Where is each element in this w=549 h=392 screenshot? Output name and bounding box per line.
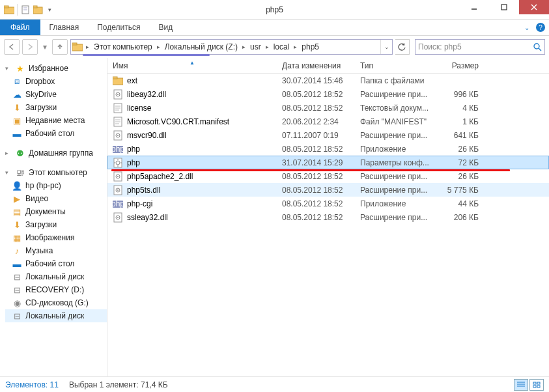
expand-icon[interactable]: ▸ (5, 150, 12, 156)
sidebar-item-dropbox[interactable]: ⧈Dropbox (5, 75, 107, 88)
svg-point-40 (117, 189, 119, 191)
file-size: 5 775 КБ (440, 186, 485, 195)
sidebar-item-images[interactable]: ▦Изображения (5, 231, 107, 244)
sidebar-item-desktop[interactable]: ▬Рабочий стол (5, 127, 107, 140)
forward-button[interactable] (22, 39, 38, 55)
separator (17, 4, 18, 16)
cloud-icon: ☁ (12, 89, 22, 100)
svg-rect-12 (72, 43, 77, 45)
sidebar-item-disk2[interactable]: ⊟Локальный диск (5, 309, 107, 322)
breadcrumb[interactable]: local (271, 42, 292, 51)
sidebar-item-desktop2[interactable]: ▬Рабочий стол (5, 257, 107, 270)
search-placeholder: Поиск: php5 (418, 42, 462, 51)
help-icon[interactable]: ? (536, 23, 545, 32)
file-row[interactable]: ext30.07.2014 15:46Папка с файлами (107, 74, 549, 87)
file-type: Расширение при... (355, 90, 440, 99)
sidebar-item-recent[interactable]: ▣Недавние места (5, 114, 107, 127)
expand-ribbon-icon[interactable]: ⌄ (524, 24, 529, 31)
chevron-icon[interactable]: ▸ (292, 44, 299, 50)
annotation-red-line (111, 169, 510, 171)
file-row[interactable]: msvcr90.dll07.11.2007 0:19Расширение при… (107, 128, 549, 142)
sidebar-item-music[interactable]: ♪Музыка (5, 244, 107, 257)
svg-point-45 (117, 217, 119, 218)
file-date: 08.05.2012 18:52 (277, 186, 355, 195)
svg-point-13 (534, 44, 539, 49)
file-row[interactable]: phpphp-cgi08.05.2012 18:52Приложение44 К… (107, 197, 549, 210)
breadcrumb[interactable]: Локальный диск (Z:) (162, 42, 240, 51)
details-view-button[interactable] (514, 379, 528, 391)
chevron-icon[interactable]: ▸ (155, 44, 162, 50)
collapse-icon[interactable]: ▾ (5, 169, 12, 176)
breadcrumb[interactable]: Этот компьютер (91, 42, 155, 51)
video-icon: ▶ (12, 193, 22, 204)
column-type[interactable]: Тип (355, 61, 440, 70)
collapse-icon[interactable]: ▾ (5, 65, 12, 72)
computer-icon: 🖳 (15, 167, 25, 178)
column-header: Имя▲ Дата изменения Тип Размер (107, 58, 549, 74)
svg-text:php: php (113, 199, 123, 208)
file-row[interactable]: phpphp08.05.2012 18:52Приложение26 КБ (107, 142, 549, 156)
svg-rect-16 (113, 77, 117, 79)
file-row[interactable]: libeay32.dll08.05.2012 18:52Расширение п… (107, 87, 549, 101)
sidebar-item-video[interactable]: ▶Видео (5, 192, 107, 205)
back-button[interactable] (4, 39, 20, 55)
close-button[interactable] (519, 0, 549, 14)
search-input[interactable]: Поиск: php5 (415, 39, 545, 55)
icons-view-button[interactable] (529, 379, 544, 391)
sidebar-item-downloads2[interactable]: ⬇Загрузки (5, 218, 107, 231)
sidebar-item-documents[interactable]: ▤Документы (5, 205, 107, 218)
sidebar-item-favorites[interactable]: ▾★Избранное (5, 62, 107, 75)
file-list[interactable]: ext30.07.2014 15:46Папка с файламиlibeay… (107, 74, 549, 376)
address-dropdown-icon[interactable]: ⌄ (380, 40, 392, 54)
history-dropdown-icon[interactable]: ▾ (40, 39, 49, 55)
chevron-icon[interactable]: ▸ (84, 44, 91, 50)
sidebar-item-skydrive[interactable]: ☁SkyDrive (5, 88, 107, 101)
file-row[interactable]: php5ts.dll08.05.2012 18:52Расширение при… (107, 183, 549, 197)
minimize-button[interactable] (459, 0, 489, 14)
file-tab[interactable]: Файл (0, 20, 40, 35)
file-date: 08.05.2012 18:52 (277, 172, 355, 181)
maximize-button[interactable] (489, 0, 519, 14)
sidebar-item-homegroup[interactable]: ▸⚉Домашняя группа (5, 147, 107, 160)
sidebar: ▾★Избранное ⧈Dropbox ☁SkyDrive ⬇Загрузки… (0, 58, 107, 376)
sidebar-item-disk1[interactable]: ⊟Локальный диск (5, 270, 107, 283)
file-pane: Имя▲ Дата изменения Тип Размер ext30.07.… (107, 58, 549, 376)
svg-rect-6 (33, 6, 37, 8)
downloads-icon: ⬇ (12, 219, 22, 230)
user-icon: 👤 (12, 180, 22, 191)
downloads-icon: ⬇ (12, 102, 22, 113)
up-button[interactable] (52, 39, 68, 55)
file-name: php5ts.dll (127, 186, 160, 195)
file-row[interactable]: php5apache2_2.dll08.05.2012 18:52Расшире… (107, 169, 549, 183)
file-type: Расширение при... (355, 172, 440, 181)
disk-icon: ⊟ (12, 311, 22, 321)
file-row[interactable]: license08.05.2012 18:52Текстовый докум..… (107, 101, 549, 115)
sidebar-item-cd[interactable]: ◉CD-дисковод (G:) (5, 296, 107, 309)
address-bar[interactable]: ▸ Этот компьютер ▸ Локальный диск (Z:) ▸… (70, 39, 393, 55)
chevron-icon[interactable]: ▸ (264, 44, 271, 50)
file-row[interactable]: Microsoft.VC90.CRT.manifest20.06.2012 2:… (107, 115, 549, 128)
column-name[interactable]: Имя▲ (107, 61, 277, 70)
tab-home[interactable]: Главная (40, 20, 89, 35)
breadcrumb[interactable]: usr (247, 42, 264, 51)
chevron-icon[interactable]: ▸ (240, 44, 247, 50)
sidebar-item-thispc[interactable]: ▾🖳Этот компьютер (5, 166, 107, 179)
sidebar-item-downloads[interactable]: ⬇Загрузки (5, 101, 107, 114)
properties-icon[interactable] (19, 3, 32, 16)
column-size[interactable]: Размер (440, 61, 485, 70)
status-selection: Выбран 1 элемент: 71,4 КБ (69, 380, 168, 389)
file-row[interactable]: php31.07.2014 15:29Параметры конф...72 К… (107, 156, 549, 169)
sidebar-item-user[interactable]: 👤hp (hp-pc) (5, 179, 107, 192)
new-folder-icon[interactable] (32, 3, 45, 16)
svg-rect-51 (533, 385, 536, 387)
column-date[interactable]: Дата изменения (277, 61, 355, 70)
refresh-button[interactable] (395, 39, 410, 55)
tab-share[interactable]: Поделиться (88, 20, 149, 35)
file-row[interactable]: ssleay32.dll08.05.2012 18:52Расширение п… (107, 210, 549, 224)
breadcrumb[interactable]: php5 (299, 42, 322, 51)
tab-view[interactable]: Вид (149, 20, 182, 35)
svg-point-19 (117, 94, 119, 95)
sidebar-item-recovery[interactable]: ⊟RECOVERY (D:) (5, 283, 107, 296)
qat-dropdown-icon[interactable]: ▾ (45, 7, 54, 13)
images-icon: ▦ (12, 232, 22, 243)
